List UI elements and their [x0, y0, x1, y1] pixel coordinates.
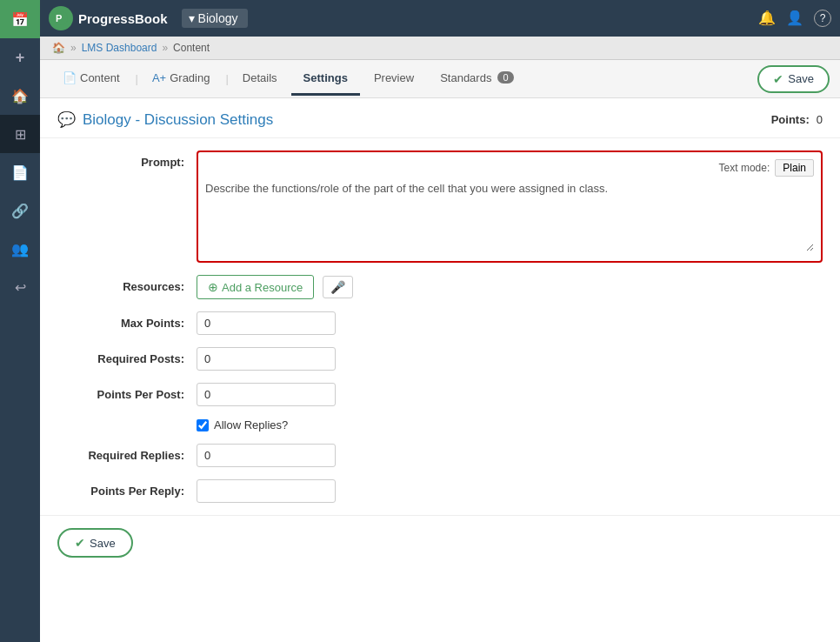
tab-standards[interactable]: Standards 0 — [428, 63, 525, 96]
course-name: Biology — [198, 11, 238, 25]
breadcrumb: 🏠 » LMS Dashboard » Content — [40, 37, 840, 60]
required-replies-label: Required Replies: — [57, 444, 197, 462]
sidebar-item-group[interactable]: 👥 — [0, 230, 40, 268]
navbar: P ProgressBook ▾ Biology 🔔 👤 ? — [40, 0, 840, 37]
app-logo: P ProgressBook — [49, 6, 168, 30]
tab-preview[interactable]: Preview — [362, 63, 426, 96]
sidebar-item-home[interactable]: 🏠 — [0, 77, 40, 115]
resources-row: Resources: ⊕ Add a Resource 🎤 — [57, 275, 823, 299]
allow-replies-checkbox[interactable] — [197, 419, 209, 431]
allow-replies-label: Allow Replies? — [214, 418, 288, 431]
bell-icon[interactable]: 🔔 — [758, 10, 776, 27]
breadcrumb-sep2: » — [162, 42, 168, 54]
home-icon: 🏠 — [11, 88, 29, 104]
page-title-row: 💬 Biology - Discussion Settings Points: … — [40, 98, 840, 138]
save-bottom-check-icon: ✔ — [75, 536, 85, 550]
max-points-control — [197, 311, 823, 335]
max-points-input[interactable] — [197, 311, 336, 335]
add-resource-plus-icon: ⊕ — [208, 280, 218, 294]
points-per-post-control — [197, 383, 823, 406]
prompt-textarea[interactable]: Describe the functions/role of the part … — [205, 182, 814, 251]
logo-text: ProgressBook — [78, 11, 168, 26]
save-button-top[interactable]: ✔ Save — [757, 65, 830, 93]
navbar-action-icons: 🔔 👤 ? — [758, 10, 831, 27]
save-top-check-icon: ✔ — [773, 72, 783, 86]
points-per-post-row: Points Per Post: — [57, 383, 823, 406]
grid-icon: ⊞ — [15, 126, 26, 143]
chat-icon: 💬 — [57, 110, 76, 129]
arrow-icon: ↩ — [15, 279, 26, 296]
required-posts-input[interactable] — [197, 347, 336, 371]
sidebar: 📅 + 🏠 ⊞ 📄 🔗 👥 ↩ — [0, 0, 40, 642]
points-per-post-input[interactable] — [197, 383, 336, 406]
tab-details[interactable]: Details — [230, 63, 290, 96]
prompt-toolbar: Text mode: Plain — [205, 159, 814, 177]
required-posts-label: Required Posts: — [57, 347, 197, 365]
tab-settings[interactable]: Settings — [291, 63, 360, 96]
tab-content[interactable]: 📄 Content — [50, 63, 132, 96]
sidebar-item-link[interactable]: 🔗 — [0, 191, 40, 230]
logo-icon: P — [49, 6, 73, 30]
standards-badge: 0 — [497, 71, 513, 84]
sidebar-item-grid[interactable]: ⊞ — [0, 115, 40, 153]
plus-icon: + — [16, 49, 25, 67]
breadcrumb-sep1: » — [70, 42, 77, 54]
prompt-control-area: Text mode: Plain Describe the functions/… — [197, 150, 823, 263]
help-icon[interactable]: ? — [814, 10, 831, 27]
link-icon: 🔗 — [11, 203, 29, 219]
required-posts-control — [197, 347, 823, 371]
max-points-row: Max Points: — [57, 311, 823, 335]
text-mode-label: Text mode: — [719, 162, 770, 174]
allow-replies-row: Allow Replies? — [197, 418, 823, 431]
required-posts-row: Required Posts: — [57, 347, 823, 371]
required-replies-input[interactable] — [197, 444, 336, 467]
dropdown-icon: ▾ — [189, 11, 195, 25]
points-per-reply-input[interactable] — [197, 479, 336, 503]
main-area: P ProgressBook ▾ Biology 🔔 👤 ? 🏠 » LMS D… — [40, 0, 840, 642]
points-per-reply-control — [197, 479, 823, 503]
document-icon: 📄 — [11, 164, 29, 181]
points-per-reply-label: Points Per Reply: — [57, 479, 197, 498]
user-icon[interactable]: 👤 — [786, 10, 803, 27]
resources-label: Resources: — [57, 275, 197, 293]
page-title: 💬 Biology - Discussion Settings — [57, 110, 273, 129]
required-replies-row: Required Replies: — [57, 444, 823, 467]
add-resource-button[interactable]: ⊕ Add a Resource — [197, 275, 314, 299]
points-per-post-label: Points Per Post: — [57, 383, 197, 401]
group-icon: 👥 — [11, 241, 29, 257]
sidebar-item-arrow[interactable]: ↩ — [0, 268, 40, 306]
content-tab-icon: 📄 — [63, 71, 77, 84]
tab-grading[interactable]: A+ Grading — [140, 63, 223, 96]
tabs-bar: 📄 Content | A+ Grading | Details Setting… — [40, 60, 840, 98]
sidebar-item-document[interactable]: 📄 — [0, 153, 40, 191]
prompt-row: Prompt: Text mode: Plain Describe the fu… — [57, 150, 823, 263]
max-points-label: Max Points: — [57, 311, 197, 330]
points-per-reply-row: Points Per Reply: — [57, 479, 823, 503]
breadcrumb-content: Content — [173, 42, 210, 54]
mic-icon: 🎤 — [330, 280, 345, 294]
breadcrumb-lms[interactable]: LMS Dashboard — [82, 42, 157, 54]
prompt-container: Text mode: Plain Describe the functions/… — [197, 150, 823, 263]
mic-button[interactable]: 🎤 — [323, 276, 353, 298]
sidebar-item-calendar[interactable]: 📅 — [0, 0, 40, 38]
breadcrumb-home[interactable]: 🏠 — [52, 42, 65, 54]
resources-control-area: ⊕ Add a Resource 🎤 — [197, 275, 823, 299]
svg-text:P: P — [56, 13, 62, 23]
grading-tab-icon: A+ — [152, 71, 166, 84]
prompt-label: Prompt: — [57, 150, 197, 169]
course-selector[interactable]: ▾ Biology — [182, 9, 249, 28]
bottom-bar: ✔ Save — [40, 515, 840, 570]
points-area: Points: 0 — [771, 113, 823, 126]
calendar-icon: 📅 — [11, 11, 29, 28]
sidebar-item-plus[interactable]: + — [0, 38, 40, 77]
page-content: 💬 Biology - Discussion Settings Points: … — [40, 98, 840, 642]
plain-button[interactable]: Plain — [775, 159, 814, 177]
save-button-bottom[interactable]: ✔ Save — [57, 528, 133, 558]
required-replies-control — [197, 444, 823, 467]
